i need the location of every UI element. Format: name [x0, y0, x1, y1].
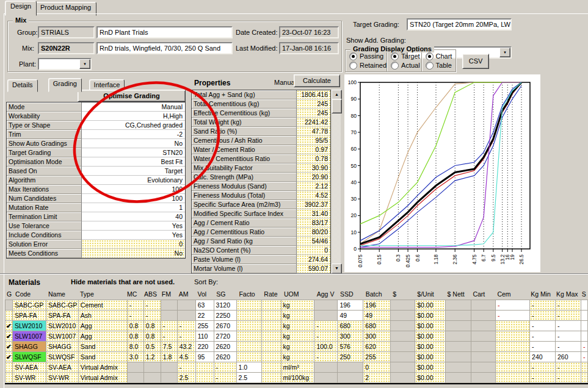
radio-target[interactable] — [391, 52, 399, 60]
materials-cell[interactable] — [496, 373, 530, 383]
materials-cell[interactable]: - — [144, 311, 161, 321]
materials-cell[interactable]: kg — [281, 342, 315, 352]
materials-cell[interactable]: - — [178, 362, 196, 373]
materials-cell[interactable]: 43.2 — [178, 342, 196, 352]
mix-description-field[interactable]: RnD trials, Wingfield, 70/30, 250 Q Sand — [96, 42, 233, 54]
materials-cell[interactable]: - — [530, 311, 556, 321]
materials-cell[interactable] — [196, 362, 214, 373]
materials-cell[interactable]: $0.00 — [415, 373, 446, 383]
materials-cell[interactable]: SPA-FA — [13, 311, 46, 321]
materials-cell[interactable]: SLW1007 — [46, 331, 79, 342]
optimise-row-value[interactable]: Yes — [82, 221, 185, 231]
materials-cell[interactable] — [581, 331, 588, 342]
materials-cell[interactable] — [5, 362, 13, 373]
materials-cell[interactable] — [581, 373, 588, 383]
materials-cell[interactable]: SLW2010 — [46, 321, 79, 331]
target-grading-field[interactable]: STN20 (Target 20mm 20MPa, LW ag — [407, 18, 512, 31]
materials-cell[interactable]: Ash — [79, 311, 128, 321]
materials-cell[interactable] — [5, 300, 13, 311]
scroll-down-icon[interactable]: ▼ — [332, 264, 342, 274]
optimise-row-value[interactable]: Yes — [82, 231, 185, 240]
materials-cell[interactable]: 196 — [338, 300, 363, 311]
materials-cell[interactable] — [496, 362, 530, 373]
material-used-checkmark-icon[interactable]: ✔ — [5, 352, 13, 362]
materials-cell[interactable]: 0.8 — [144, 321, 161, 331]
materials-cell[interactable]: 2720 — [214, 331, 237, 342]
materials-cell[interactable]: kg — [281, 321, 315, 331]
materials-cell[interactable]: $0.00 — [415, 331, 446, 342]
materials-cell[interactable]: 95 — [196, 352, 214, 362]
materials-cell[interactable]: - — [496, 300, 530, 311]
mix-code-field[interactable]: S20N22R — [38, 42, 95, 54]
materials-cell[interactable]: - — [314, 352, 338, 362]
materials-cell[interactable]: SV-AEA — [13, 362, 46, 373]
materials-cell[interactable]: - — [556, 362, 581, 373]
materials-cell[interactable]: - — [556, 311, 581, 321]
materials-cell[interactable]: 220 — [196, 342, 214, 352]
materials-cell[interactable]: - — [161, 331, 178, 342]
radio-retained[interactable] — [349, 62, 357, 70]
materials-cell[interactable]: Agg — [79, 321, 128, 331]
materials-cell[interactable] — [581, 321, 588, 331]
materials-cell[interactable]: Agg — [79, 331, 128, 342]
optimise-row-value[interactable]: Manual — [82, 102, 185, 112]
materials-cell[interactable]: 8.0 — [128, 342, 144, 352]
materials-cell[interactable]: 22 — [196, 311, 214, 321]
material-used-checkmark-icon[interactable]: ✔ — [5, 321, 13, 331]
material-used-checkmark-icon[interactable]: ✔ — [5, 331, 13, 342]
materials-cell[interactable]: - — [530, 362, 556, 373]
materials-cell[interactable] — [237, 352, 262, 362]
optimise-row-value[interactable]: 100 — [82, 185, 185, 194]
materials-cell[interactable]: 196 — [363, 300, 391, 311]
materials-cell[interactable]: 0.8 — [144, 331, 161, 342]
materials-cell[interactable]: $0.00 — [415, 342, 446, 352]
optimise-grading-header[interactable]: Optimise Grading — [78, 90, 186, 102]
optimise-row-value[interactable]: 100 — [82, 194, 185, 203]
materials-cell[interactable]: 110 — [196, 331, 214, 342]
materials-cell[interactable] — [196, 373, 214, 383]
group-code-field[interactable]: STRIALS — [38, 26, 95, 38]
materials-cell[interactable]: 0.5 — [144, 342, 161, 352]
materials-cell[interactable]: 2620 — [214, 352, 237, 362]
materials-cell[interactable]: $0.00 — [415, 352, 446, 362]
radio-option-target[interactable]: Target — [391, 52, 421, 61]
materials-cell[interactable]: kg — [281, 311, 315, 321]
materials-cell[interactable] — [237, 300, 262, 311]
radio-passing[interactable] — [349, 52, 357, 60]
materials-cell[interactable]: 63 — [196, 300, 214, 311]
properties-scrollbar[interactable]: ▲ ▼ — [332, 90, 341, 274]
materials-cell[interactable]: SHAGG — [13, 342, 46, 352]
materials-cell[interactable]: 2250 — [214, 311, 237, 321]
materials-cell[interactable]: 620 — [363, 342, 391, 352]
materials-cell[interactable]: 260 — [556, 352, 581, 362]
materials-cell[interactable]: 49 — [363, 311, 391, 321]
materials-cell[interactable]: SABC-GP — [46, 300, 79, 311]
materials-cell[interactable]: 3120 — [214, 300, 237, 311]
materials-cell[interactable]: 2 — [363, 373, 391, 383]
optimise-row-value[interactable]: 0 — [82, 240, 185, 249]
materials-cell[interactable] — [262, 352, 281, 362]
tab-grading[interactable]: Grading — [48, 78, 82, 92]
materials-cell[interactable]: SV-AEA — [46, 362, 79, 373]
materials-cell[interactable] — [496, 321, 530, 331]
materials-cell[interactable] — [5, 373, 13, 383]
materials-cell[interactable]: - — [556, 342, 581, 352]
materials-cell[interactable]: 1.0 — [237, 362, 262, 373]
materials-cell[interactable]: - — [556, 331, 581, 342]
materials-cell[interactable] — [581, 311, 588, 321]
optimise-row-value[interactable]: 1 — [82, 203, 185, 212]
materials-cell[interactable]: 0.8 — [128, 321, 144, 331]
materials-cell[interactable]: $0.00 — [415, 311, 446, 321]
group-description-field[interactable]: RnD Plant Trials — [96, 26, 233, 38]
materials-cell[interactable]: SPA-FA — [46, 311, 79, 321]
materials-cell[interactable]: 680 — [338, 321, 363, 331]
materials-cell[interactable]: 7.5 — [161, 342, 178, 352]
materials-cell[interactable]: 0.8 — [128, 331, 144, 342]
materials-cell[interactable] — [262, 331, 281, 342]
materials-cell[interactable]: - — [214, 373, 237, 383]
scrollbar-thumb[interactable] — [332, 99, 342, 113]
scrollbar-track[interactable] — [332, 99, 341, 265]
materials-cell[interactable]: - — [214, 362, 237, 373]
materials-cell[interactable]: - — [556, 321, 581, 331]
optimise-row-value[interactable]: Target — [82, 167, 185, 176]
